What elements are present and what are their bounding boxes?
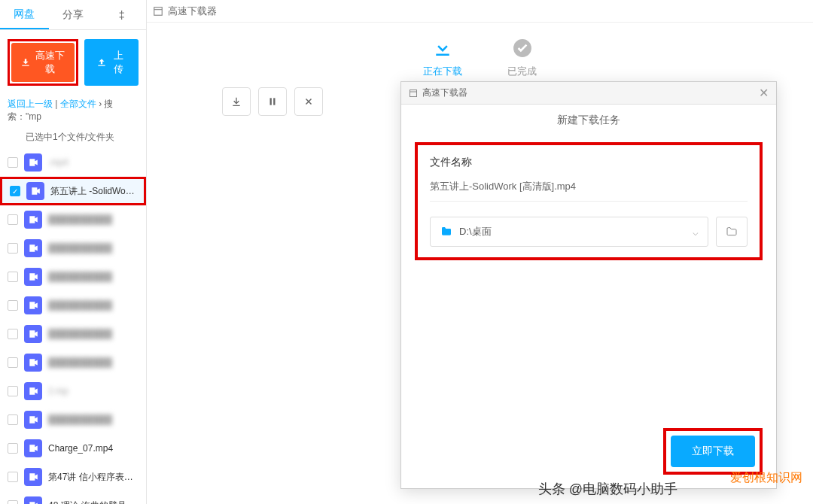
downloader-header: 高速下载器 <box>147 0 813 23</box>
highlight-box-download-now: 立即下载 <box>663 428 763 475</box>
download-all-button[interactable] <box>222 87 251 116</box>
done-icon <box>510 36 534 60</box>
modal-titlebar: 高速下载器 ✕ <box>401 82 776 105</box>
high-speed-download-button[interactable]: 高速下载 <box>11 43 75 82</box>
file-name-label: ██████████ <box>48 329 112 339</box>
file-item[interactable]: ██████████ <box>0 263 146 291</box>
video-file-icon <box>24 268 42 286</box>
upload-button[interactable]: 上传 <box>84 39 139 86</box>
file-item[interactable]: ██████████ <box>0 348 146 377</box>
file-name-value: 第五讲上-SolidWork [高清版].mp4 <box>430 180 748 202</box>
breadcrumb-back[interactable]: 返回上一级 <box>8 99 53 109</box>
upload-icon <box>96 57 107 68</box>
window-icon <box>153 6 163 17</box>
video-file-icon <box>24 211 42 229</box>
file-name-label: ██████████ <box>48 300 112 311</box>
modal-window-icon <box>409 89 418 98</box>
file-item[interactable]: ██████████ <box>0 320 146 348</box>
video-file-icon <box>26 182 44 200</box>
close-icon[interactable]: ✕ <box>759 86 769 100</box>
path-select[interactable]: D:\桌面 ⌵ <box>430 217 708 247</box>
downloading-label: 正在下载 <box>423 65 462 78</box>
file-name-label: 2.mp <box>48 386 69 396</box>
svg-rect-3 <box>270 98 272 105</box>
svg-rect-5 <box>410 90 417 96</box>
file-name-label: .mp4 <box>48 157 69 168</box>
breadcrumb: 返回上一级 | 全部文件 › 搜索："mp <box>0 95 146 126</box>
video-file-icon <box>24 468 42 486</box>
status-tabs: 正在下载 已完成 <box>147 23 813 87</box>
video-file-icon <box>24 496 42 504</box>
download-icon <box>20 57 31 68</box>
done-label: 已完成 <box>507 65 537 78</box>
watermark-text-1: 头条 @电脑数码小助手 <box>538 480 678 498</box>
file-name-label: ██████████ <box>48 357 112 368</box>
left-sidebar: 网盘 分享 ‡ 高速下载 上传 返回上一级 | 全部文件 › 搜索："mp 已选… <box>0 0 147 504</box>
video-file-icon <box>24 239 42 257</box>
file-checkbox[interactable]: ✓ <box>10 186 20 196</box>
downloader-title: 高速下载器 <box>168 5 217 18</box>
video-file-icon <box>24 411 42 429</box>
action-row: 高速下载 上传 <box>0 30 146 95</box>
breadcrumb-all[interactable]: 全部文件 <box>60 99 96 109</box>
file-item[interactable]: .mp4 <box>0 148 146 177</box>
modal-footer: 立即下载 <box>663 428 763 475</box>
file-item[interactable]: 2.mp <box>0 377 146 405</box>
download-now-button[interactable]: 立即下载 <box>671 436 755 467</box>
file-list: .mp4✓第五讲上 -SolidWorks2██████████████████… <box>0 148 146 504</box>
file-checkbox[interactable] <box>8 157 18 168</box>
file-item[interactable]: ██████████ <box>0 205 146 234</box>
watermark-text-2: 爱创根知识网 <box>730 470 802 486</box>
cancel-button[interactable] <box>294 87 323 116</box>
tab-share[interactable]: 分享 <box>49 0 98 29</box>
file-checkbox[interactable] <box>8 386 18 396</box>
video-file-icon <box>24 354 42 372</box>
new-task-modal: 高速下载器 ✕ 新建下载任务 文件名称 第五讲上-SolidWork [高清版]… <box>400 81 777 489</box>
status-tab-downloading[interactable]: 正在下载 <box>423 36 462 78</box>
file-checkbox[interactable] <box>8 414 18 425</box>
path-value: D:\桌面 <box>459 225 687 238</box>
tab-extra[interactable]: ‡ <box>97 0 146 29</box>
file-item[interactable]: ██████████ <box>0 405 146 434</box>
video-file-icon <box>24 153 42 172</box>
main-tabs: 网盘 分享 ‡ <box>0 0 146 30</box>
file-name-label: ██████████ <box>48 243 112 254</box>
file-name-label: Charge_07.mp4 <box>48 443 113 454</box>
file-name-label: 第五讲上 -SolidWorks2 <box>50 185 136 198</box>
file-item[interactable]: 48.理论 汽曲的臂号与选 <box>0 491 146 504</box>
file-checkbox[interactable] <box>8 443 18 454</box>
video-file-icon <box>24 439 42 457</box>
file-item[interactable]: ██████████ <box>0 291 146 320</box>
file-name-label: ██████████ <box>48 414 112 425</box>
file-name-label: 第47讲 信小程序表单组 <box>48 471 139 484</box>
video-file-icon <box>24 296 42 314</box>
file-item[interactable]: Charge_07.mp4 <box>0 434 146 463</box>
chevron-down-icon: ⌵ <box>693 226 699 238</box>
browse-folder-button[interactable] <box>716 217 748 247</box>
video-file-icon <box>24 382 42 400</box>
file-checkbox[interactable] <box>8 500 18 504</box>
status-tab-done[interactable]: 已完成 <box>507 36 537 78</box>
file-checkbox[interactable] <box>8 243 18 254</box>
pause-button[interactable] <box>258 87 287 116</box>
tab-disk[interactable]: 网盘 <box>0 0 49 29</box>
file-item[interactable]: ✓第五讲上 -SolidWorks2 <box>0 177 146 205</box>
highlight-box-filename: 文件名称 第五讲上-SolidWork [高清版].mp4 D:\桌面 ⌵ <box>415 142 763 260</box>
highlight-box-download: 高速下载 <box>8 39 78 86</box>
file-checkbox[interactable] <box>8 472 18 482</box>
upload-button-label: 上传 <box>110 49 126 76</box>
file-checkbox[interactable] <box>8 272 18 282</box>
file-name-label: 48.理论 汽曲的臂号与选 <box>48 499 139 505</box>
file-item[interactable]: 第47讲 信小程序表单组 <box>0 463 146 491</box>
file-checkbox[interactable] <box>8 357 18 368</box>
file-item[interactable]: ██████████ <box>0 234 146 263</box>
file-checkbox[interactable] <box>8 300 18 311</box>
modal-title-text: 高速下载器 <box>422 87 467 99</box>
svg-rect-4 <box>273 98 275 105</box>
file-checkbox[interactable] <box>8 329 18 339</box>
file-checkbox[interactable] <box>8 214 18 225</box>
modal-subtitle: 新建下载任务 <box>401 105 776 136</box>
svg-rect-0 <box>154 7 163 15</box>
download-button-label: 高速下载 <box>34 49 65 76</box>
video-file-icon <box>24 325 42 343</box>
